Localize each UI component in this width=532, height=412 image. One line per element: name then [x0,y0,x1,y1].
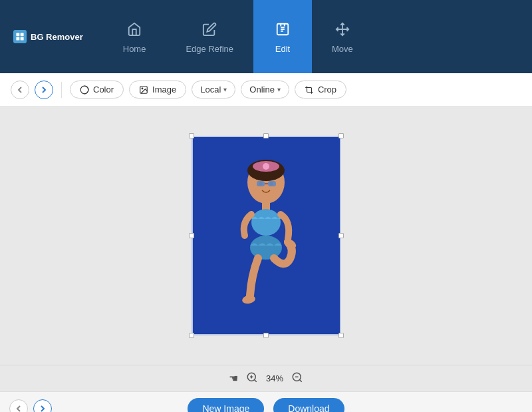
online-chevron-icon: ▾ [277,86,281,93]
svg-point-11 [263,163,269,170]
local-dropdown[interactable]: Local ▾ [192,81,235,99]
local-chevron-icon: ▾ [223,86,227,93]
color-button[interactable]: Color [70,81,124,99]
nav-tab-move[interactable]: Move [312,0,373,73]
image-container[interactable] [192,136,341,335]
svg-line-27 [300,379,302,381]
footer: New Image Download [0,391,532,412]
svg-rect-1 [21,33,24,36]
svg-rect-2 [16,37,19,41]
svg-line-23 [254,379,256,381]
hand-tool-icon[interactable]: ☚ [229,372,238,385]
canvas-area [0,106,532,365]
svg-rect-0 [16,33,19,36]
edge-refine-label: Edge Refine [186,44,233,54]
online-label: Online [249,85,275,95]
footer-back-button[interactable] [9,399,28,412]
separator-1 [61,82,62,98]
download-button[interactable]: Download [273,398,344,412]
image-background [192,136,341,335]
nav-tab-edit[interactable]: Edit [253,0,312,73]
footer-nav-buttons [9,399,52,412]
svg-rect-3 [21,37,24,41]
footer-forward-button[interactable] [33,399,52,412]
nav-tab-home[interactable]: Home [103,0,166,73]
handle-middle-right[interactable] [338,233,344,238]
home-icon [125,20,144,39]
handle-bottom-right[interactable] [338,333,344,338]
navbar: BG Remover Home Edge Refine Edit [0,0,532,73]
handle-top-left[interactable] [189,133,194,138]
color-label: Color [93,85,114,95]
footer-wrapper: New Image Download [0,392,532,412]
crop-label: Crop [318,85,336,95]
local-label: Local [200,85,221,95]
handle-bottom-center[interactable] [263,333,269,338]
footer-action-buttons: New Image Download [188,398,344,412]
nav-tab-edge-refine[interactable]: Edge Refine [166,0,253,73]
edit-icon [273,20,292,39]
zoom-in-icon[interactable] [246,371,258,386]
move-label: Move [332,44,353,54]
handle-top-right[interactable] [338,133,344,138]
edge-refine-icon [200,20,219,39]
zoom-bar: ☚ 34% [0,365,532,391]
move-icon [333,20,352,39]
svg-rect-14 [257,181,265,186]
edit-label: Edit [275,44,290,54]
crop-button[interactable]: Crop [295,81,346,99]
image-button[interactable]: Image [129,81,186,99]
handle-top-center[interactable] [263,133,269,138]
image-label: Image [152,85,176,95]
child-figure-svg [192,136,341,335]
svg-point-7 [142,88,143,89]
zoom-out-icon[interactable] [291,371,303,386]
zoom-percent: 34% [266,373,283,383]
handle-middle-left[interactable] [189,233,194,238]
app-logo: BG Remover [13,30,83,43]
back-button[interactable] [11,81,29,99]
new-image-button[interactable]: New Image [188,398,264,412]
handle-bottom-left[interactable] [189,333,194,338]
toolbar: Color Image Local ▾ Online ▾ Crop [0,73,532,106]
svg-point-18 [251,209,281,236]
home-label: Home [123,44,146,54]
svg-rect-15 [268,181,276,186]
online-dropdown[interactable]: Online ▾ [241,81,289,99]
forward-button[interactable] [35,81,53,99]
logo-icon [13,30,27,43]
app-title: BG Remover [31,32,83,42]
